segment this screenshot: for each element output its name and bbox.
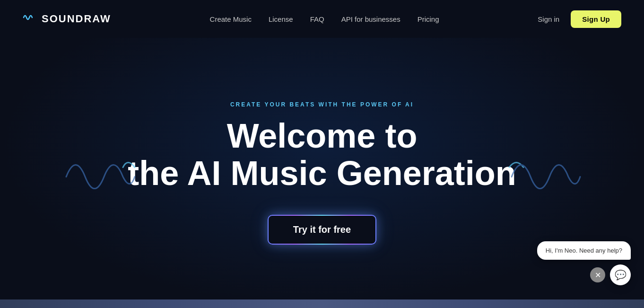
nav-links: Create Music License FAQ API for busines… [210,15,439,23]
wave-decoration-right [507,143,583,193]
chat-icon: 💬 [615,269,627,281]
nav-pricing[interactable]: Pricing [418,15,439,23]
close-icon: ✕ [595,271,601,280]
nav-actions: Sign in Sign Up [538,10,621,28]
chat-toggle-button[interactable]: 💬 [610,264,631,285]
brand-name: SOUNDRAW [42,13,111,25]
chat-bubble: Hi, I'm Neo. Need any help? [537,241,631,260]
nav-faq[interactable]: FAQ [310,15,324,23]
hero-cta-button[interactable]: Try it for free [268,215,376,245]
logo[interactable]: SOUNDRAW [23,11,111,27]
chat-widget: Hi, I'm Neo. Need any help? ✕ 💬 [537,241,631,285]
sign-up-button[interactable]: Sign Up [571,10,621,28]
sign-in-link[interactable]: Sign in [538,15,559,23]
navbar: SOUNDRAW Create Music License FAQ API fo… [0,0,644,38]
logo-icon [23,11,38,27]
chat-controls: ✕ 💬 [590,264,631,285]
nav-license[interactable]: License [269,15,293,23]
nav-create-music[interactable]: Create Music [210,15,252,23]
wave-decoration-left [61,143,137,193]
bottom-bar-decoration [0,299,644,308]
hero-title-line2: the AI Music Generation [128,154,516,192]
hero-title-line1: Welcome to [227,117,418,155]
nav-api[interactable]: API for businesses [341,15,400,23]
hero-title: Welcome to the AI Music Generation [128,117,516,192]
chat-close-button[interactable]: ✕ [590,267,605,282]
hero-subtitle: CREATE YOUR BEATS WITH THE POWER OF AI [230,101,414,108]
